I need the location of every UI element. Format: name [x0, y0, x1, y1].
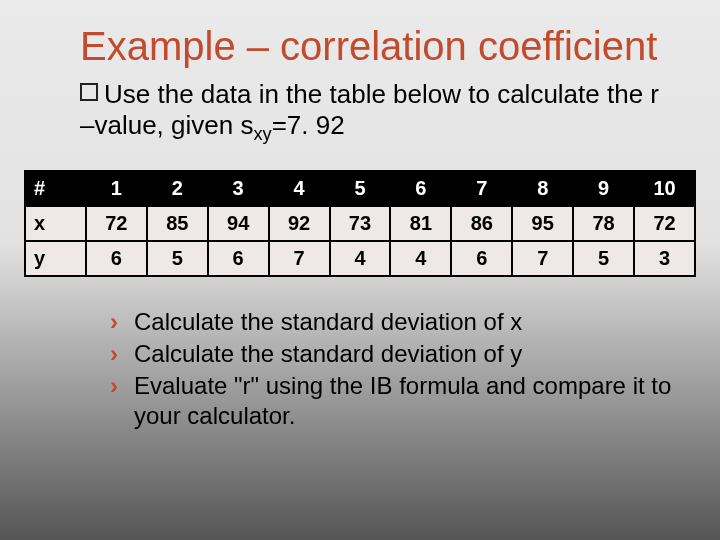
- table-cell: 72: [86, 206, 147, 241]
- table-col-header: 2: [147, 171, 208, 206]
- table-row: y 6 5 6 7 4 4 6 7 5 3: [25, 241, 695, 276]
- table-row-label: x: [25, 206, 86, 241]
- slide-body-text: Use the data in the table below to calcu…: [80, 79, 680, 146]
- table-cell: 86: [451, 206, 512, 241]
- body-pre: Use the data in the table below to calcu…: [80, 79, 659, 140]
- table-cell: 3: [634, 241, 695, 276]
- table-cell: 6: [451, 241, 512, 276]
- table-header-label: #: [25, 171, 86, 206]
- table-col-header: 1: [86, 171, 147, 206]
- table-cell: 81: [390, 206, 451, 241]
- slide-title: Example – correlation coefficient: [80, 25, 680, 67]
- table-cell: 95: [512, 206, 573, 241]
- list-item: Evaluate "r" using the IB formula and co…: [110, 371, 680, 431]
- data-table-wrap: # 1 2 3 4 5 6 7 8 9 10 x 72 85 94 92 73 …: [24, 170, 696, 277]
- table-cell: 94: [208, 206, 269, 241]
- table-col-header: 7: [451, 171, 512, 206]
- table-col-header: 6: [390, 171, 451, 206]
- table-cell: 73: [330, 206, 391, 241]
- table-cell: 6: [86, 241, 147, 276]
- table-cell: 5: [147, 241, 208, 276]
- table-cell: 4: [390, 241, 451, 276]
- table-cell: 92: [269, 206, 330, 241]
- bullet-icon: [80, 83, 98, 101]
- table-col-header: 5: [330, 171, 391, 206]
- body-post: =7. 92: [272, 110, 345, 140]
- list-item: Calculate the standard deviation of x: [110, 307, 680, 337]
- table-col-header: 4: [269, 171, 330, 206]
- table-row: x 72 85 94 92 73 81 86 95 78 72: [25, 206, 695, 241]
- table-cell: 78: [573, 206, 634, 241]
- table-row-label: y: [25, 241, 86, 276]
- sub-list: Calculate the standard deviation of x Ca…: [80, 307, 680, 431]
- data-table: # 1 2 3 4 5 6 7 8 9 10 x 72 85 94 92 73 …: [24, 170, 696, 277]
- table-cell: 72: [634, 206, 695, 241]
- slide: Example – correlation coefficient Use th…: [0, 0, 720, 540]
- table-cell: 6: [208, 241, 269, 276]
- table-col-header: 10: [634, 171, 695, 206]
- table-col-header: 8: [512, 171, 573, 206]
- table-col-header: 3: [208, 171, 269, 206]
- table-cell: 85: [147, 206, 208, 241]
- list-item: Calculate the standard deviation of y: [110, 339, 680, 369]
- table-cell: 7: [512, 241, 573, 276]
- table-header-row: # 1 2 3 4 5 6 7 8 9 10: [25, 171, 695, 206]
- table-cell: 5: [573, 241, 634, 276]
- table-col-header: 9: [573, 171, 634, 206]
- table-cell: 4: [330, 241, 391, 276]
- table-cell: 7: [269, 241, 330, 276]
- body-sub: xy: [253, 124, 271, 144]
